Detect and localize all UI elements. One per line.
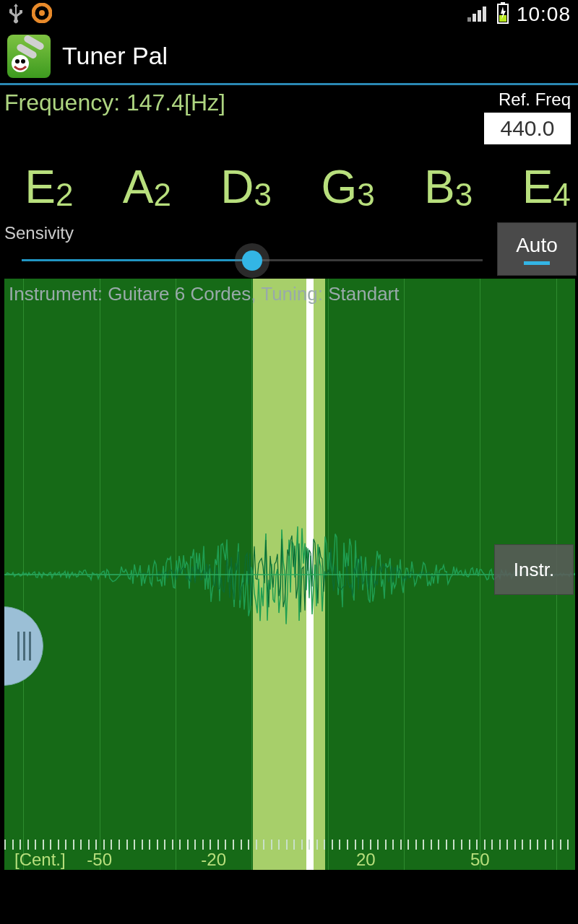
note-e2[interactable]: E2: [25, 160, 73, 214]
ref-freq-input[interactable]: 440.0: [484, 113, 571, 144]
app-header: Tuner Pal: [0, 29, 578, 85]
app-icon: [7, 35, 51, 78]
cent-ruler: [4, 829, 575, 850]
note-b3[interactable]: B3: [424, 160, 473, 214]
tuner-display: Instrument: Guitare 6 Cordes, Tuning: St…: [4, 279, 575, 870]
ruler-label: -50: [87, 850, 112, 870]
sensitivity-area: Sensivity: [3, 223, 497, 275]
instrument-tuning-info: Instrument: Guitare 6 Cordes, Tuning: St…: [9, 283, 400, 305]
cent-ruler-labels: [Cent.] -50-202050: [4, 850, 575, 870]
svg-point-1: [39, 10, 45, 16]
auto-button-label: Auto: [516, 234, 558, 257]
auto-active-indicator: [524, 261, 550, 265]
status-right-icons: 10:08: [467, 2, 571, 27]
note-a2[interactable]: A2: [123, 160, 171, 214]
frequency-ref-row: Frequency: 147.4[Hz] Ref. Freq 440.0: [0, 85, 578, 144]
status-clock: 10:08: [517, 3, 571, 26]
note-strip[interactable]: E2 A2 D3 G3 B3 E4: [0, 144, 578, 219]
ruler-label: 50: [470, 850, 490, 870]
note-d3[interactable]: D3: [220, 160, 272, 214]
note-g3[interactable]: G3: [321, 160, 374, 214]
note-e4[interactable]: E4: [522, 160, 571, 214]
ruler-label: -20: [201, 850, 226, 870]
svg-rect-3: [473, 14, 476, 22]
instrument-button-label: Instr.: [514, 559, 554, 581]
slider-thumb[interactable]: [242, 250, 262, 271]
usb-icon: [7, 2, 25, 27]
auto-toggle-button[interactable]: Auto: [497, 222, 577, 276]
app-title: Tuner Pal: [62, 42, 168, 70]
svg-rect-2: [467, 17, 471, 22]
waveform-plot: [4, 279, 575, 870]
svg-point-13: [21, 59, 25, 64]
battery-charging-icon: [496, 2, 509, 27]
frequency-readout: Frequency: 147.4[Hz]: [4, 90, 225, 116]
cent-unit-label: [Cent.]: [14, 850, 66, 870]
signal-icon: [467, 4, 489, 25]
svg-rect-4: [478, 10, 481, 22]
ruler-label: 20: [356, 850, 376, 870]
android-status-bar: 10:08: [0, 0, 578, 29]
notification-app-icon: [32, 3, 52, 26]
svg-point-12: [15, 59, 20, 64]
status-left-icons: [7, 2, 52, 27]
ref-freq-block: Ref. Freq 440.0: [484, 90, 571, 144]
sensitivity-slider[interactable]: [22, 246, 483, 275]
drawer-handle-grip-icon: [17, 632, 31, 661]
slider-fill: [22, 259, 252, 261]
sensitivity-row: Sensivity Auto: [0, 219, 578, 279]
instrument-button[interactable]: Instr.: [494, 544, 574, 595]
ref-freq-label: Ref. Freq: [484, 90, 571, 110]
svg-rect-5: [483, 6, 486, 22]
sensitivity-label: Sensivity: [3, 223, 497, 243]
